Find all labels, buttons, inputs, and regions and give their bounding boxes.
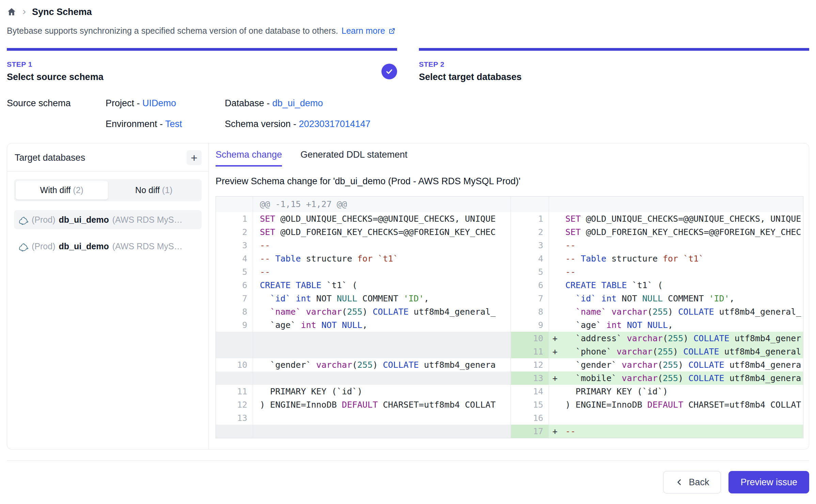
code-token: `age` [260,320,301,330]
code-token: `gender` [565,360,622,370]
code-token: COLLATE [383,360,419,370]
diff-new-line-number: 5 [511,265,549,279]
diff-new-code: PRIMARY KEY (`id`) [549,385,803,398]
main-card: Target databases + With diff (2)No diff … [7,143,809,450]
add-target-database-button[interactable]: + [187,150,202,165]
code-token: , [729,294,735,303]
tab-label: With diff [40,185,73,195]
diff-old-line-number: 1 [216,212,253,225]
db-instance: (AWS RDS MyS… [112,241,183,251]
diff-filter-tab-no-diff[interactable]: No diff (1) [108,181,200,200]
code-token: -- [260,240,270,250]
target-database-list: (Prod)db_ui_demo(AWS RDS MyS…(Prod)db_ui… [14,210,202,256]
diff-old-line-number: 6 [216,279,253,292]
code-token: DEFAULT [647,400,683,410]
code-token: COMMENT [663,294,709,303]
code-token: ) ENGINE=InnoDB [565,400,647,410]
code-token: NOT [311,294,337,303]
code-token: COLLATE [688,373,724,383]
diff-old-line-number: 10 [216,358,253,372]
diff-old-code: -- Table structure for `t1` [253,252,511,265]
diff-filter-tab-with-diff[interactable]: With diff (2) [16,181,108,200]
preview-tab-generated-ddl-statement[interactable]: Generated DDL statement [300,149,407,167]
diff-new-code: -- [549,239,803,252]
source-schema-summary: Source schema Project - UIDemoDatabase -… [7,98,809,129]
code-token: 255 [357,360,373,370]
code-token: ( [647,307,653,317]
diff-old-line-number: 8 [216,305,253,318]
diff-row: 5--5-- [216,265,803,279]
diff-new-line-number: 12 [511,358,549,372]
code-token: 'ID' [404,294,424,303]
code-token: int [601,294,616,303]
code-token: 255 [658,347,673,357]
diff-old-code: -- [253,239,511,252]
diff-old-code: -- [253,265,511,279]
diff-add-marker: + [552,345,565,358]
code-token: ( [658,373,663,383]
code-token: ) [373,360,383,370]
code-token: 'ID' [709,294,729,303]
code-token [596,294,601,303]
code-token: utf8mb4_gener [729,333,801,343]
code-token: varchar [316,360,352,370]
code-token [678,254,683,264]
diff-row: 8 `name` varchar(255) COLLATE utf8mb4_ge… [216,305,803,318]
db-name: db_ui_demo [59,215,109,225]
diff-row: @@ -1,15 +1,27 @@ [216,196,803,212]
diff-new-code: + `address` varchar(255) COLLATE utf8mb4… [549,332,803,345]
diff-row: 1316 [216,411,803,425]
step-label: STEP 1 [7,60,397,68]
diff-new-code: -- Table structure for `t1` [549,252,803,265]
home-icon[interactable] [7,7,16,17]
diff-new-line-number: 9 [511,318,549,332]
code-token: PRIMARY KEY (`id`) [565,387,668,396]
code-token: `address` [565,333,627,343]
preview-issue-button[interactable]: Preview issue [728,471,809,493]
db-environment: (Prod) [32,215,55,225]
db-instance: (AWS RDS MyS… [112,215,183,225]
step-label: STEP 2 [419,60,809,68]
diff-row: 12) ENGINE=InnoDB DEFAULT CHARSET=utf8mb… [216,398,803,411]
source-field-link[interactable]: UIDemo [142,98,176,108]
diff-new-code: + `mobile` varchar(255) COLLATE utf8mb4_… [549,372,803,385]
source-field-link[interactable]: db_ui_demo [272,98,323,108]
diff-old-line-number: 9 [216,318,253,332]
diff-old-line-number: 3 [216,239,253,252]
diff-new-line-number: 2 [511,225,549,239]
back-button[interactable]: Back [663,471,721,493]
code-token: `mobile` [565,373,622,383]
target-database-item[interactable]: (Prod)db_ui_demo(AWS RDS MyS… [14,210,202,229]
code-token: utf8mb4_general_ [409,307,496,317]
code-token: SET [260,214,275,224]
diff-filter-tabs: With diff (2)No diff (1) [14,179,202,201]
source-field-prefix: Database - [225,98,272,108]
code-token: ( [342,307,347,317]
code-token: COLLATE [683,347,719,357]
target-database-item[interactable]: (Prod)db_ui_demo(AWS RDS MyS… [14,237,202,256]
source-field: Database - db_ui_demo [225,98,809,109]
diff-old-code: `gender` varchar(255) COLLATE utf8mb4_ge… [253,358,511,372]
code-token: int [296,294,311,303]
code-token: COLLATE [693,333,729,343]
preview-tab-schema-change[interactable]: Schema change [216,149,282,167]
source-schema-label: Source schema [7,98,106,109]
mysql-icon [18,241,28,251]
diff-new-line-number: 1 [511,212,549,225]
code-token: CHARSET=utf8mb4 COLLAT [378,400,496,410]
diff-new-code: +-- [549,425,803,438]
code-token: , [424,294,429,303]
code-token: for [357,254,373,264]
source-field-link[interactable]: Test [165,119,182,129]
footer-divider [7,460,809,461]
code-token: @OLD_UNIQUE_CHECKS=@@UNIQUE_CHECKS, UNIQ… [275,214,496,224]
code-token: for [663,254,678,264]
code-token: -- [565,267,576,277]
diff-old-code [253,345,511,358]
code-token [291,280,296,290]
learn-more-link[interactable]: Learn more [342,26,396,36]
code-token: SET [565,227,581,237]
source-field-link[interactable]: 20230317014147 [299,119,371,129]
code-token: 255 [668,333,683,343]
diff-old-code [253,411,511,425]
